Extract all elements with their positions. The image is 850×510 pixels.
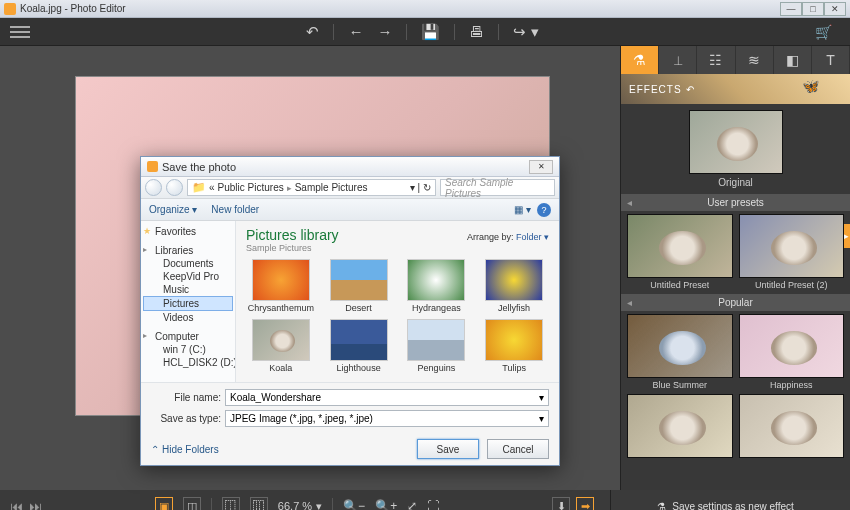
arrange-by[interactable]: Arrange by: Folder ▾ [467,232,549,242]
hide-folders-button[interactable]: ⌃Hide Folders [151,444,219,455]
dialog-nav: 📁 « Public Pictures ▸ Sample Pictures ▾ … [141,177,559,199]
tree-libraries[interactable]: Libraries [143,244,233,257]
top-toolbar: ↶ ← → 💾 🖶 ↪ ▾ 🛒 [0,18,850,46]
thumb-desert[interactable]: Desert [324,259,394,313]
tab-adjust[interactable]: ☷ [697,46,735,74]
view-button[interactable]: ▦ ▾ [514,204,531,215]
import-icon[interactable]: ⬇ [552,497,570,510]
new-folder-button[interactable]: New folder [211,204,259,215]
minimize-button[interactable]: — [780,2,802,16]
view-compare-icon[interactable]: ◫ [183,497,201,510]
canvas-area: Save the photo ✕ 📁 « Public Pictures ▸ S… [0,46,620,490]
thumb-koala[interactable]: Koala [246,319,316,373]
library-pane: Pictures library Sample Pictures Arrange… [236,221,559,382]
dialog-icon [147,161,158,172]
flask-icon: ⚗ [657,501,666,511]
maximize-button[interactable]: □ [802,2,824,16]
tab-retouch[interactable]: ◧ [774,46,812,74]
save-effect-button[interactable]: ⚗ Save settings as new effect [610,490,840,510]
savetype-select[interactable]: JPEG Image (*.jpg, *.jpeg, *.jpe)▾ [225,410,549,427]
menu-icon[interactable] [10,26,30,38]
save-dialog: Save the photo ✕ 📁 « Public Pictures ▸ S… [140,156,560,466]
fit-icon[interactable]: ⤢ [407,499,417,510]
dialog-toolbar: Organize ▾ New folder ▦ ▾ ? [141,199,559,221]
nav-back-button[interactable] [145,179,162,196]
tree-favorites[interactable]: Favorites [143,225,233,238]
tree-videos[interactable]: Videos [143,311,233,324]
folder-tree[interactable]: Favorites Libraries Documents KeepVid Pr… [141,221,236,382]
tab-text[interactable]: T [812,46,850,74]
nav-first-icon[interactable]: ⏮ [10,499,23,511]
library-subtitle: Sample Pictures [246,243,339,253]
actual-size-icon[interactable]: ⛶ [427,499,439,510]
thumb-lighthouse[interactable]: Lighthouse [324,319,394,373]
thumb-hydrangeas[interactable]: Hydrangeas [402,259,472,313]
tree-win7[interactable]: win 7 (C:) [143,343,233,356]
section-user-presets[interactable]: User presets [621,194,850,211]
thumb-penguins[interactable]: Penguins [402,319,472,373]
filename-label: File name: [151,392,221,403]
preset-untitled-2[interactable]: Untitled Preset (2) [739,214,845,290]
thumb-tulips[interactable]: Tulips [479,319,549,373]
right-panel: ⚗ ⟂ ☷ ≋ ◧ T EFFECTS ↶ ▸ Original User pr… [620,46,850,490]
next-icon[interactable]: → [377,23,392,40]
dialog-title: Save the photo [162,161,236,173]
preset-original[interactable]: Original [627,110,844,188]
tree-pictures[interactable]: Pictures [143,296,233,311]
bottom-bar: ⏮ ⏭ ▣ ◫ ⿰ ⿲ 66.7 % ▾ 🔍− 🔍+ ⤢ ⛶ ⬇ ➡ ⚗ Sav… [0,490,850,510]
filename-input[interactable]: Koala_Wondershare▾ [225,389,549,406]
window-titlebar: Koala.jpg - Photo Editor — □ ✕ [0,0,850,18]
tab-crop[interactable]: ⟂ [659,46,697,74]
breadcrumb[interactable]: 📁 « Public Pictures ▸ Sample Pictures ▾ … [187,179,436,196]
savetype-label: Save as type: [151,413,221,424]
close-window-button[interactable]: ✕ [824,2,846,16]
app-icon [4,3,16,15]
tree-documents[interactable]: Documents [143,257,233,270]
dialog-close-button[interactable]: ✕ [529,160,553,174]
view-split-icon[interactable]: ⿰ [222,497,240,510]
section-popular[interactable]: Popular [621,294,850,311]
preset-blue-summer[interactable]: Blue Summer [627,314,733,390]
save-icon[interactable]: 💾 [421,23,440,41]
thumb-jellyfish[interactable]: Jellyfish [479,259,549,313]
effects-header: EFFECTS ↶ [621,74,850,104]
tree-computer[interactable]: Computer [143,330,233,343]
save-button[interactable]: Save [417,439,479,459]
tab-sliders[interactable]: ≋ [736,46,774,74]
cancel-button[interactable]: Cancel [487,439,549,459]
zoom-display[interactable]: 66.7 % ▾ [278,500,322,511]
tab-effects[interactable]: ⚗ [621,46,659,74]
zoom-out-icon[interactable]: 🔍− [343,499,365,510]
search-input[interactable]: Search Sample Pictures [440,179,555,196]
view-before-after-icon[interactable]: ⿲ [250,497,268,510]
nav-last-icon[interactable]: ⏭ [29,499,42,511]
preset-untitled-1[interactable]: Untitled Preset [627,214,733,290]
dialog-titlebar[interactable]: Save the photo ✕ [141,157,559,177]
export-icon[interactable]: ↪ ▾ [513,23,538,41]
print-icon[interactable]: 🖶 [469,23,484,40]
undo-icon[interactable]: ↶ [306,23,319,41]
tree-keepvid[interactable]: KeepVid Pro [143,270,233,283]
export-bottom-icon[interactable]: ➡ [576,497,594,510]
folder-icon: 📁 [192,181,206,194]
cart-icon[interactable]: 🛒 [815,24,832,40]
preset-extra-2[interactable] [739,394,845,470]
prev-icon[interactable]: ← [348,23,363,40]
tree-hcl[interactable]: HCL_DISK2 (D:) [143,356,233,369]
tree-music[interactable]: Music [143,283,233,296]
window-title: Koala.jpg - Photo Editor [20,3,126,14]
preset-extra-1[interactable] [627,394,733,470]
zoom-in-icon[interactable]: 🔍+ [375,499,397,510]
crumb-2[interactable]: Sample Pictures [295,182,368,193]
nav-forward-button[interactable] [166,179,183,196]
crumb-1[interactable]: Public Pictures [218,182,284,193]
preset-happiness[interactable]: Happiness [739,314,845,390]
library-title: Pictures library [246,227,339,243]
view-single-icon[interactable]: ▣ [155,497,173,510]
organize-button[interactable]: Organize ▾ [149,204,197,215]
thumb-chrysanthemum[interactable]: Chrysanthemum [246,259,316,313]
help-button[interactable]: ? [537,203,551,217]
